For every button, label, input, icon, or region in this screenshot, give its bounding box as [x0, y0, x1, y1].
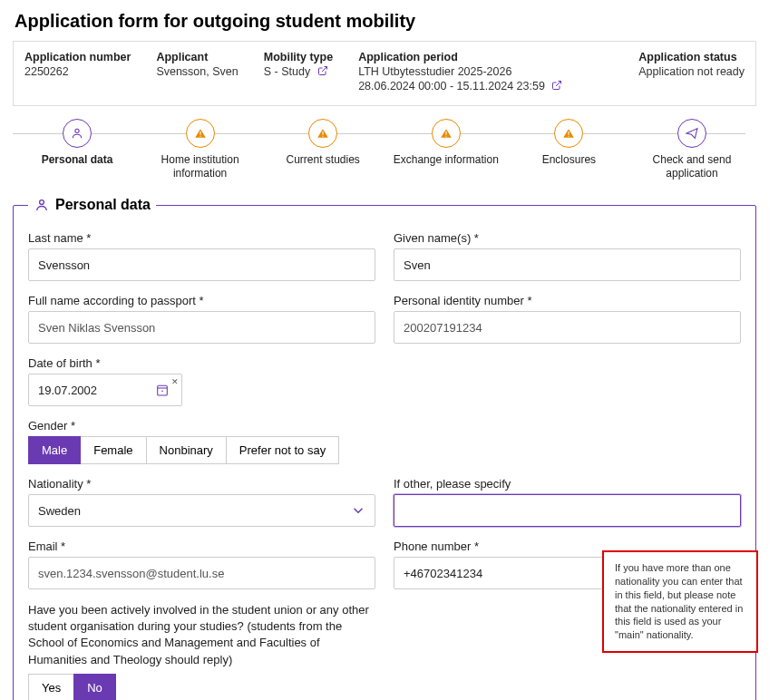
step-personal-data[interactable]: Personal data	[24, 119, 131, 167]
svg-point-0	[75, 129, 79, 132]
warning-icon	[432, 119, 461, 148]
full-name-label: Full name according to passport *	[28, 294, 375, 307]
step-current-studies[interactable]: Current studies	[269, 119, 376, 167]
gender-male-button[interactable]: Male	[28, 436, 81, 464]
union-yes-button[interactable]: Yes	[28, 674, 74, 700]
status-value: Application not ready	[638, 65, 745, 78]
step-home-institution[interactable]: Home institution information	[147, 119, 254, 180]
warning-icon	[308, 119, 337, 148]
last-name-input[interactable]	[28, 248, 375, 281]
period-label: Application period	[358, 51, 613, 63]
clear-icon[interactable]: ✕	[171, 377, 179, 386]
stepper: Personal data Home institution informati…	[13, 119, 756, 180]
pin-label: Personal identity number *	[394, 294, 741, 307]
person-icon	[34, 197, 50, 213]
pin-input[interactable]	[394, 311, 741, 344]
gender-group: Male Female Nonbinary Prefer not to say	[28, 436, 375, 464]
gender-label: Gender *	[28, 419, 375, 433]
nationality-select[interactable]	[28, 494, 375, 527]
warning-icon	[554, 119, 583, 148]
nationality-tooltip: If you have more than one nationality yo…	[602, 550, 758, 653]
union-question-label: Have you been actively involved in the s…	[28, 602, 375, 668]
dob-label: Date of birth *	[28, 356, 375, 370]
applicant-label: Applicant	[156, 51, 238, 63]
given-name-input[interactable]	[394, 248, 741, 281]
page-title: Application form for outgoing student mo…	[15, 11, 756, 32]
app-number-value: 2250262	[24, 65, 131, 78]
svg-point-3	[161, 391, 163, 393]
given-name-label: Given name(s) *	[394, 231, 741, 245]
gender-female-button[interactable]: Female	[80, 436, 146, 464]
nationality-label: Nationality *	[28, 477, 375, 491]
step-check-and-send[interactable]: Check and send application	[638, 119, 745, 180]
calendar-icon[interactable]	[155, 383, 170, 397]
step-enclosures[interactable]: Enclosures	[515, 119, 622, 167]
mobility-type-value: S - Study	[264, 65, 310, 78]
other-nationality-input[interactable]	[394, 494, 741, 527]
period-value-1: LTH Utbytesstudier 2025-2026	[358, 65, 613, 78]
app-number-label: Application number	[24, 51, 131, 63]
union-group: Yes No	[28, 674, 741, 700]
person-icon	[63, 119, 92, 148]
mobility-type-label: Mobility type	[264, 51, 333, 63]
chevron-down-icon[interactable]	[350, 502, 366, 519]
email-label: Email *	[28, 540, 375, 553]
gender-prefer-not-button[interactable]: Prefer not to say	[226, 436, 339, 464]
period-value-2: 28.06.2024 00:00 - 15.11.2024 23:59	[358, 80, 545, 92]
section-title: Personal data	[55, 197, 151, 213]
send-icon	[677, 119, 706, 148]
applicant-value: Svensson, Sven	[156, 65, 238, 78]
status-label: Application status	[638, 51, 745, 63]
external-link-icon[interactable]	[317, 65, 328, 76]
email-input[interactable]	[28, 557, 375, 589]
gender-nonbinary-button[interactable]: Nonbinary	[146, 436, 227, 464]
warning-icon	[186, 119, 215, 148]
svg-point-1	[40, 200, 44, 205]
last-name-label: Last name *	[28, 231, 375, 245]
external-link-icon[interactable]	[551, 80, 562, 91]
full-name-input[interactable]	[28, 311, 375, 344]
union-no-button[interactable]: No	[73, 674, 116, 700]
application-info-box: Application number 2250262 Applicant Sve…	[13, 41, 756, 106]
other-nationality-label: If other, please specify	[394, 477, 741, 491]
step-exchange-information[interactable]: Exchange information	[393, 119, 500, 167]
